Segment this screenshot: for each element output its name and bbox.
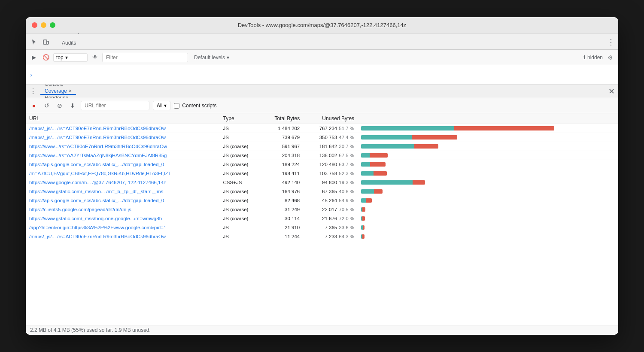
content-scripts-text: Content scripts [182,103,216,109]
device-toggle-icon[interactable] [41,37,51,47]
panel-tab-coverage[interactable]: Coverage× [40,88,76,95]
close-button[interactable] [32,22,37,28]
levels-label: Default levels [194,55,225,61]
table-row[interactable]: https://clients5.google.com/pagead/drt/d… [26,205,618,214]
row-url[interactable]: https://www.gstatic.com/_mss/boq-one-goo… [26,214,220,223]
table-row[interactable]: https://apis.google.com/_scs/abc-static/… [26,196,618,205]
row-bar [358,151,618,160]
row-type: JS [220,124,261,133]
row-unused-bytes: 350 75347.4 % [303,133,358,142]
console-prompt-icon[interactable]: ▶ [29,53,39,62]
row-total-bytes: 1 484 202 [261,124,303,133]
row-url[interactable]: https://www.google.com/m... /@37.7646207… [26,178,220,187]
panel-tab-bar: ⋮ ConsoleCoverage×Rendering ✕ [26,85,618,98]
table-row[interactable]: https://www.gstatic.com/_mss/bo... /m=_b… [26,187,618,196]
content-scripts-label[interactable]: Content scripts [174,103,216,109]
table-row[interactable]: /maps/_js/... /rs=ACT90oE7nRnrLR9m3hrRBo… [26,232,618,241]
row-total-bytes: 189 224 [261,160,303,169]
row-type: JS (coarse) [220,169,261,178]
cursor-icon[interactable] [29,37,39,47]
panel-more-icon[interactable]: ⋮ [29,88,37,95]
svg-rect-0 [43,40,47,44]
url-filter-input[interactable] [81,101,149,110]
export-button[interactable]: ⬇ [68,101,77,110]
eye-icon[interactable]: 👁 [90,53,100,62]
panel-close-button[interactable]: ✕ [608,87,615,96]
hidden-count: 1 hidden [583,55,603,61]
row-url[interactable]: /maps/_js/... /rs=ACT90oE7nRnrLR9m3hrRBo… [26,124,220,133]
table-row[interactable]: https://www.gstatic.com/_mss/boq-one-goo… [26,214,618,223]
reload-button[interactable]: ↺ [42,101,52,110]
row-bar [358,232,618,241]
row-type: JS (coarse) [220,160,261,169]
col-type: Type [220,113,261,124]
row-bar [358,187,618,196]
table-row[interactable]: https://www.../rs=AA2YrTsMaAZqN8kjHAsBNC… [26,151,618,160]
row-type: CSS+JS [220,178,261,187]
log-levels-button[interactable]: Default levels ▾ [191,53,233,62]
row-total-bytes: 82 468 [261,196,303,205]
devtools-tab-audits[interactable]: Audits [56,37,97,49]
row-url[interactable]: https://www.../rs=AA2YrTsMaAZqN8kjHAsBNC… [26,151,220,160]
row-unused-bytes: 67 36540.8 % [303,187,358,196]
row-unused-bytes: 7 36533.6 % [303,223,358,232]
row-unused-bytes: 22 01770.5 % [303,205,358,214]
console-filter-input[interactable] [102,53,188,62]
row-unused-pct: 30.7 % [339,144,354,149]
table-row[interactable]: https://www.google.com/m... /@37.7646207… [26,178,618,187]
table-row[interactable]: /maps/_js/... /rs=ACT90oE7nRnrLR9m3hrRBo… [26,124,618,133]
row-unused-bytes: 120 48063.7 % [303,160,358,169]
context-selector[interactable]: top ▾ [53,53,88,62]
row-url[interactable]: https://apis.google.com/_scs/abc-static/… [26,160,220,169]
stop-button[interactable]: ⊘ [55,101,64,110]
row-bar [358,169,618,178]
settings-icon[interactable]: ⚙ [605,53,615,62]
table-row[interactable]: /app?hl=en&origin=https%3A%2F%2Fwww.goog… [26,223,618,232]
context-arrow: ▾ [65,55,68,61]
content-scripts-checkbox[interactable] [174,103,179,109]
row-total-bytes: 492 140 [261,178,303,187]
row-bar [358,223,618,232]
row-url[interactable]: /m=A7fCU,BVgquf,CBIRxf,EFQ78c,GkRiKb,HDv… [26,169,220,178]
more-tabs-icon[interactable]: ⋮ [607,37,615,47]
row-bar [358,214,618,223]
row-unused-pct: 52.3 % [339,171,354,176]
row-bar [358,142,618,151]
prompt-chevron[interactable]: › [30,71,32,78]
record-button[interactable]: ● [29,101,39,110]
row-url[interactable]: https://www.gstatic.com/_mss/bo... /m=_b… [26,187,220,196]
row-unused-pct: 47.4 % [339,135,354,140]
row-unused-pct: 33.6 % [339,225,354,230]
row-total-bytes: 739 679 [261,133,303,142]
row-unused-pct: 70.5 % [339,207,354,212]
type-filter-select[interactable]: All ▾ [153,101,170,110]
row-bar [358,205,618,214]
console-prompt-area[interactable]: › [26,65,618,85]
minimize-button[interactable] [41,22,46,28]
row-unused-bytes: 181 64230.7 % [303,142,358,151]
row-url[interactable]: https://apis.google.com/_scs/abc-static/… [26,196,220,205]
table-row[interactable]: https://www.../rs=ACT90oE7nRnrLR9m3hrRBo… [26,142,618,151]
table-row[interactable]: /m=A7fCU,BVgquf,CBIRxf,EFQ78c,GkRiKb,HDv… [26,169,618,178]
console-ban-icon[interactable]: 🚫 [41,53,51,62]
table-row[interactable]: /maps/_js/... /rs=ACT90oE7nRnrLR9m3hrRBo… [26,133,618,142]
maximize-button[interactable] [50,22,55,28]
row-type: JS (coarse) [220,151,261,160]
col-total: Total Bytes [261,113,303,124]
row-unused-pct: 67.5 % [339,153,354,158]
row-unused-bytes: 767 23451.7 % [303,124,358,133]
row-type: JS [220,223,261,232]
table-row[interactable]: https://apis.google.com/_scs/abc-static/… [26,160,618,169]
panel-tab-console[interactable]: Console [40,85,76,88]
coverage-tab-close[interactable]: × [69,88,72,94]
row-unused-bytes: 94 80019.3 % [303,178,358,187]
row-bar [358,196,618,205]
row-url[interactable]: https://clients5.google.com/pagead/drt/d… [26,205,220,214]
row-url[interactable]: /maps/_js/... /rs=ACT90oE7nRnrLR9m3hrRBo… [26,133,220,142]
row-url[interactable]: /maps/_js/... /rs=ACT90oE7nRnrLR9m3hrRBo… [26,232,220,241]
window-title: DevTools - www.google.com/maps/@37.76462… [238,22,407,28]
row-url[interactable]: /app?hl=en&origin=https%3A%2F%2Fwww.goog… [26,223,220,232]
row-url[interactable]: https://www.../rs=ACT90oE7nRnrLR9m3hrRBo… [26,142,220,151]
row-total-bytes: 30 114 [261,214,303,223]
col-url: URL [26,113,220,124]
